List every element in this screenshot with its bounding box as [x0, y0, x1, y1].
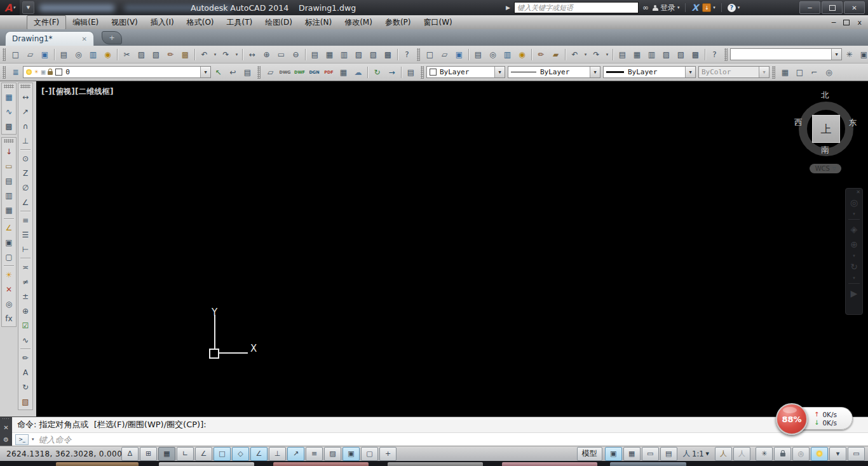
markup-set-manager-icon[interactable]: ▧	[674, 48, 688, 61]
quickcalc-icon[interactable]: ▩	[381, 48, 395, 61]
tolerance-icon[interactable]: ±	[19, 290, 32, 303]
layer-unlock-icon[interactable]	[48, 71, 53, 75]
full-screen-icon[interactable]: ▣	[857, 48, 868, 61]
isolate-objects-icon[interactable]: ◎	[792, 447, 810, 461]
dim-ordinate-icon[interactable]: ⊥	[19, 135, 32, 147]
hardware-acceleration-icon[interactable]	[811, 447, 828, 461]
reload-reference-icon[interactable]: ↻	[370, 66, 384, 79]
help-icon[interactable]: ?	[400, 48, 414, 61]
dim-baseline-icon[interactable]: ☰	[19, 229, 32, 241]
copy-icon[interactable]: ▨	[135, 48, 148, 61]
color-control-combo[interactable]: ByLayer ▼	[426, 66, 505, 78]
model-space-icon[interactable]: ▣	[605, 447, 622, 461]
dim-continue-icon[interactable]: ⊢	[19, 243, 32, 256]
annotation-visibility-icon[interactable]: 人	[715, 447, 732, 461]
pdf-underlay-icon[interactable]: PDF	[322, 66, 336, 79]
status-menu-icon[interactable]: ▾	[829, 447, 846, 461]
search-icon[interactable]: ∞	[642, 3, 649, 12]
import-icon[interactable]: →	[385, 66, 398, 79]
show-transparency-icon[interactable]: ▨	[324, 447, 341, 461]
dim-diameter-icon[interactable]: ∅	[19, 182, 32, 194]
cell-style-icon[interactable]: ▦	[778, 66, 792, 79]
show-motion-icon[interactable]: ▶	[847, 287, 861, 300]
viewcube-north-label[interactable]: 北	[821, 90, 829, 101]
layer-on-icon[interactable]	[26, 69, 32, 75]
navigation-wheel-icon[interactable]: ◎	[847, 196, 861, 210]
block-editor-icon[interactable]: ▭	[3, 160, 15, 173]
drawing-canvas[interactable]: [-][俯视][二维线框] X Y 上 北 南 西 东 WCS ▽ ✕ ◎▾◈⊕	[36, 81, 868, 416]
minimize-button[interactable]: ─	[799, 1, 820, 14]
dim-space-icon[interactable]: ≍	[19, 261, 32, 274]
dwf-underlay-icon[interactable]: DWF	[293, 66, 306, 79]
corner-trim-icon[interactable]: ⌐	[808, 66, 821, 79]
doc-restore-button[interactable]	[843, 20, 850, 25]
undo-icon[interactable]: ↶	[568, 48, 581, 61]
make-objects-layer-current-icon[interactable]: ↖	[212, 66, 225, 79]
polar-tracking-icon[interactable]: ∠	[195, 447, 212, 461]
coordinates-display[interactable]: 2624.1318, 362.3028, 0.0000	[0, 449, 121, 458]
taskbar-button[interactable]	[610, 462, 686, 466]
dim-inspect-icon[interactable]: ☑	[19, 319, 32, 332]
block-editor-icon[interactable]: ▩	[179, 48, 192, 61]
layer-combo-dropdown-icon[interactable]: ▼	[200, 67, 210, 77]
menu-window[interactable]: 窗口(W)	[417, 16, 459, 29]
menu-draw[interactable]: 绘图(D)	[259, 16, 299, 29]
menu-view[interactable]: 视图(V)	[105, 16, 144, 29]
publish-icon[interactable]: ▥	[501, 48, 514, 61]
command-window-grip[interactable]	[2, 418, 10, 419]
plot-icon[interactable]: ▤	[57, 48, 71, 61]
quick-access-customize-button[interactable]: ▼	[22, 1, 34, 14]
autodesk360-download-icon[interactable]: ↓▾	[702, 3, 715, 12]
menu-insert[interactable]: 插入(I)	[144, 16, 180, 29]
workspace-combo[interactable]: ▼	[730, 48, 842, 60]
dim-text-edit-icon[interactable]: A	[19, 366, 32, 379]
pan-icon[interactable]: ↔	[245, 48, 259, 61]
tool-palettes-icon[interactable]: ▥	[337, 48, 351, 61]
publish-icon[interactable]: ▥	[86, 48, 100, 61]
combo-dropdown-icon[interactable]: ▼	[685, 67, 695, 77]
lock-unlock-icon[interactable]: ∠	[3, 222, 15, 234]
properties-icon[interactable]: ▤	[308, 48, 322, 61]
toolbar-grip[interactable]	[3, 66, 6, 79]
object-snap-icon[interactable]: □	[214, 447, 231, 461]
3d-object-snap-icon[interactable]: ◇	[232, 447, 249, 461]
markup-set-manager-icon[interactable]: ▧	[367, 48, 380, 61]
toolbar-grip[interactable]	[724, 48, 728, 61]
redo-dropdown-icon[interactable]: ▾	[604, 48, 610, 61]
polyline-edit-icon[interactable]: ∿	[3, 105, 15, 118]
viewcube[interactable]: 上 北 南 西 东 WCS ▽	[793, 86, 859, 176]
quick-dimension-icon[interactable]: ≡	[19, 214, 32, 227]
navbar-close-icon[interactable]: ✕	[856, 189, 860, 195]
taskbar-button[interactable]	[502, 462, 597, 466]
layout-icon[interactable]: ▤	[660, 447, 677, 461]
infer-constraints-icon[interactable]: ∆	[121, 447, 139, 461]
redo-icon[interactable]: ↷	[219, 48, 233, 61]
dim-angular-icon[interactable]: ∠	[19, 196, 32, 209]
workspace-switching-icon[interactable]: ✳	[756, 447, 773, 461]
command-prompt-icon[interactable]: >_	[15, 434, 29, 445]
dim-arc-length-icon[interactable]: ∩	[19, 120, 32, 133]
edit-reference-icon[interactable]: ▤	[404, 66, 417, 79]
sheetset-manager-icon[interactable]: ▨	[352, 48, 365, 61]
model-button[interactable]: 模型	[577, 447, 602, 461]
undo-dropdown-icon[interactable]: ▾	[212, 48, 218, 61]
orbit-icon[interactable]: ↻	[847, 260, 861, 274]
menu-edit[interactable]: 编辑(E)	[66, 16, 105, 29]
linetype-control-combo[interactable]: ByLayer ▼	[508, 66, 600, 78]
plot-preview-icon[interactable]: ◎	[486, 48, 499, 61]
edit-block-icon[interactable]: ▰	[549, 48, 562, 61]
taskbar-button[interactable]	[273, 462, 369, 466]
toolbar-grip[interactable]	[4, 84, 14, 88]
cloud-attach-icon[interactable]: ☁	[351, 66, 365, 79]
help-menu[interactable]: ?▾	[728, 4, 740, 12]
dynamic-input-icon[interactable]: ↗	[287, 447, 304, 461]
dynamic-ucs-icon[interactable]: ⊥	[269, 447, 286, 461]
camera-icon[interactable]: ▣	[3, 236, 15, 249]
3d-dwf-icon[interactable]: ◉	[101, 48, 114, 61]
toolbar-grip[interactable]	[3, 48, 6, 61]
annotation-monitor-icon[interactable]: +	[379, 447, 397, 461]
layer-color-swatch[interactable]	[55, 69, 62, 76]
open-icon[interactable]: ▱	[438, 48, 451, 61]
group-icon[interactable]: ▩	[3, 120, 15, 133]
attach-reference-icon[interactable]: ▱	[264, 66, 277, 79]
